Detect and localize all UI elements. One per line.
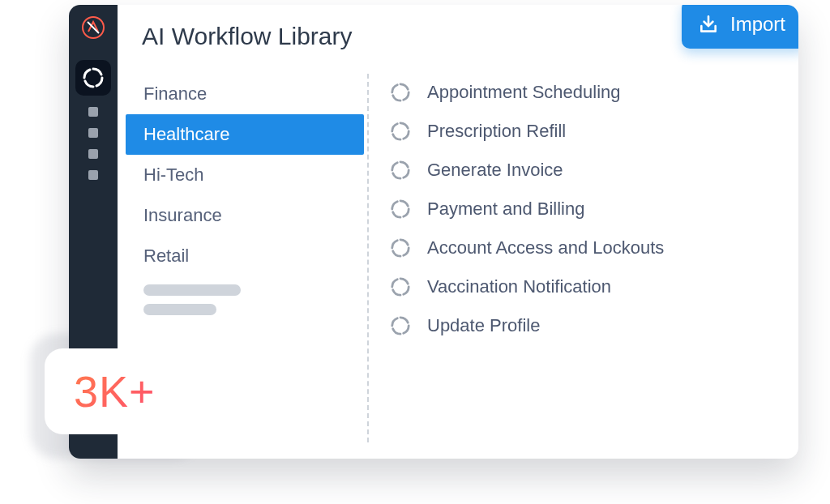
workflow-item[interactable]: Generate Invoice [387,152,782,189]
category-item-hitech[interactable]: Hi-Tech [126,155,364,195]
main-pane: Import AI Workflow Library Finance Healt… [118,5,798,459]
cycle-icon [390,121,411,142]
category-item-insurance[interactable]: Insurance [126,195,364,236]
cycle-icon [390,199,411,220]
workflow-label: Payment and Billing [427,199,584,220]
category-label: Retail [143,246,189,266]
count-badge: 3K+ [45,348,185,434]
count-badge-value: 3K+ [74,367,156,416]
workflow-label: Generate Invoice [427,160,563,181]
rail-item-placeholder[interactable] [88,149,98,159]
workflow-item[interactable]: Payment and Billing [387,190,782,228]
category-label: Healthcare [143,124,229,144]
workflow-label: Account Access and Lockouts [427,237,664,258]
import-icon [698,14,719,35]
category-item-healthcare[interactable]: Healthcare [126,114,364,155]
workflow-label: Appointment Scheduling [427,82,621,103]
import-button[interactable]: Import [682,5,798,49]
rail-item-placeholder[interactable] [88,170,98,180]
workflow-item[interactable]: Appointment Scheduling [387,74,782,111]
import-button-label: Import [730,13,785,36]
page-title: AI Workflow Library [142,23,776,50]
content-area: Finance Healthcare Hi-Tech Insurance Ret… [118,66,798,459]
rail-item-placeholder[interactable] [88,128,98,138]
category-label: Finance [143,83,207,104]
workflow-label: Update Profile [427,315,540,336]
category-item-finance[interactable]: Finance [126,74,364,114]
category-item-retail[interactable]: Retail [126,236,364,276]
cycle-icon [390,160,411,181]
workflow-item[interactable]: Account Access and Lockouts [387,229,782,267]
workflow-item[interactable]: Prescription Refill [387,113,782,150]
category-placeholder [143,284,241,296]
workflow-list: Appointment Scheduling Prescription Refi… [369,74,782,442]
cycle-icon [390,237,411,258]
cycle-icon [390,315,411,336]
brand-logo [79,13,108,42]
cycle-icon [390,82,411,103]
category-placeholder [143,304,216,315]
workflow-item[interactable]: Update Profile [387,307,782,344]
cycle-icon [82,66,105,89]
workflow-label: Prescription Refill [427,121,566,142]
category-label: Insurance [143,205,222,225]
rail-item-placeholder[interactable] [88,107,98,117]
workflow-item[interactable]: Vaccination Notification [387,268,782,305]
category-label: Hi-Tech [143,164,204,185]
brand-logo-icon [81,15,105,40]
cycle-icon [390,276,411,297]
workflow-label: Vaccination Notification [427,276,611,297]
rail-workflow-button[interactable] [75,60,111,96]
